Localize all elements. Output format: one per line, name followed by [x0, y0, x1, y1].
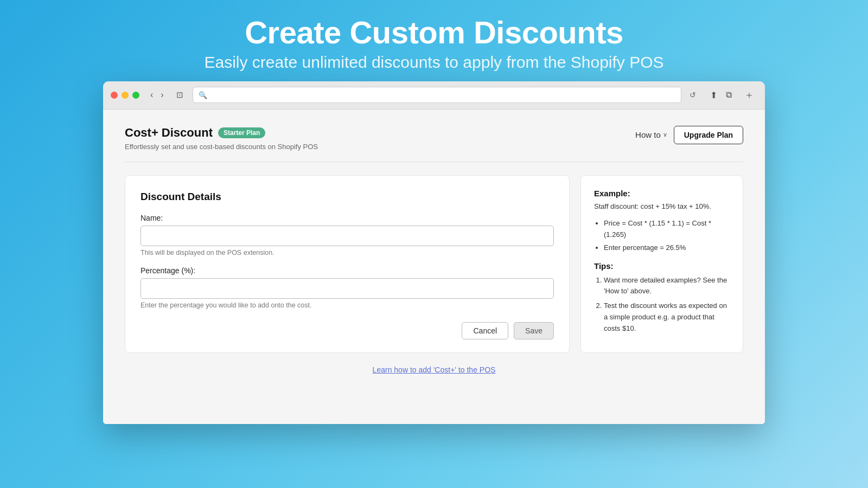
page-title: Create Custom Discounts: [204, 15, 663, 50]
reload-button[interactable]: ↺: [687, 89, 699, 101]
upgrade-plan-button[interactable]: Upgrade Plan: [674, 126, 743, 144]
percentage-field-group: Percentage (%): Enter the percentage you…: [141, 266, 554, 309]
main-content: Discount Details Name: This will be disp…: [125, 175, 743, 353]
search-icon: 🔍: [199, 91, 207, 99]
list-item: Want more detailed examples? See the 'Ho…: [604, 275, 730, 298]
page-subtitle: Easily create unlimited discounts to app…: [204, 53, 663, 72]
toolbar-actions: ⬆ ⧉: [706, 88, 736, 102]
browser-toolbar: ‹ › ⊡ 🔍 ↺ ⬆ ⧉ ＋: [103, 81, 765, 110]
cancel-button[interactable]: Cancel: [462, 322, 508, 339]
footer-link-section: Learn how to add 'Cost+' to the POS: [125, 365, 743, 375]
sidebar-button[interactable]: ⊡: [173, 88, 187, 102]
example-description: Staff discount: cost + 15% tax + 10%.: [594, 201, 730, 212]
address-bar[interactable]: 🔍: [193, 87, 681, 103]
new-tab-button[interactable]: ＋: [741, 87, 757, 102]
list-item: Enter percentage = 26.5%: [604, 242, 730, 254]
forward-button[interactable]: ›: [157, 88, 167, 102]
new-tab-icon: ＋: [744, 89, 754, 100]
page-header: Create Custom Discounts Easily create un…: [204, 0, 663, 81]
tabs-button[interactable]: ⧉: [722, 88, 736, 102]
app-actions: How to ∨ Upgrade Plan: [635, 126, 743, 144]
tabs-icon: ⧉: [726, 90, 732, 99]
app-title-row: Cost+ Discount Starter Plan: [125, 126, 318, 140]
save-button[interactable]: Save: [514, 322, 554, 339]
app-description: Effortlessly set and use cost-based disc…: [125, 143, 318, 151]
percentage-input[interactable]: [141, 278, 554, 299]
url-input[interactable]: [212, 91, 675, 99]
name-hint: This will be displayed on the POS extens…: [141, 249, 554, 256]
app-header: Cost+ Discount Starter Plan Effortlessly…: [125, 126, 743, 162]
tips-title: Tips:: [594, 261, 730, 271]
maximize-button[interactable]: [132, 92, 139, 99]
percentage-hint: Enter the percentage you would like to a…: [141, 301, 554, 309]
example-title: Example:: [594, 189, 730, 198]
share-icon: ⬆: [710, 91, 717, 100]
app-title: Cost+ Discount: [125, 126, 213, 140]
percentage-label: Percentage (%):: [141, 266, 554, 275]
back-icon: ‹: [150, 90, 153, 99]
share-button[interactable]: ⬆: [706, 88, 721, 102]
sidebar-icon: ⊡: [176, 90, 183, 99]
list-item: Test the discount works as expected on a…: [604, 300, 730, 334]
name-label: Name:: [141, 214, 554, 222]
browser-window: ‹ › ⊡ 🔍 ↺ ⬆ ⧉ ＋: [103, 81, 765, 424]
nav-buttons: ‹ ›: [147, 88, 167, 102]
app-title-section: Cost+ Discount Starter Plan Effortlessly…: [125, 126, 318, 151]
discount-details-card: Discount Details Name: This will be disp…: [125, 175, 570, 353]
reload-icon: ↺: [690, 91, 696, 99]
browser-content: Cost+ Discount Starter Plan Effortlessly…: [103, 110, 765, 424]
learn-how-to-link[interactable]: Learn how to add 'Cost+' to the POS: [373, 365, 496, 374]
form-actions: Cancel Save: [141, 322, 554, 339]
back-button[interactable]: ‹: [147, 88, 156, 102]
chevron-down-icon: ∨: [663, 131, 667, 138]
forward-icon: ›: [161, 90, 163, 99]
plan-badge: Starter Plan: [218, 127, 265, 138]
name-field-group: Name: This will be displayed on the POS …: [141, 214, 554, 256]
close-button[interactable]: [111, 92, 118, 99]
discount-card-title: Discount Details: [141, 191, 554, 203]
traffic-lights: [111, 92, 139, 99]
list-item: Price = Cost * (1.15 * 1.1) = Cost * (1.…: [604, 218, 730, 241]
example-panel: Example: Staff discount: cost + 15% tax …: [580, 175, 743, 353]
tips-list: Want more detailed examples? See the 'Ho…: [594, 275, 730, 335]
how-to-button[interactable]: How to ∨: [635, 130, 667, 139]
name-input[interactable]: [141, 226, 554, 246]
how-to-label: How to: [635, 130, 661, 139]
minimize-button[interactable]: [122, 92, 129, 99]
example-bullets-list: Price = Cost * (1.15 * 1.1) = Cost * (1.…: [594, 218, 730, 253]
